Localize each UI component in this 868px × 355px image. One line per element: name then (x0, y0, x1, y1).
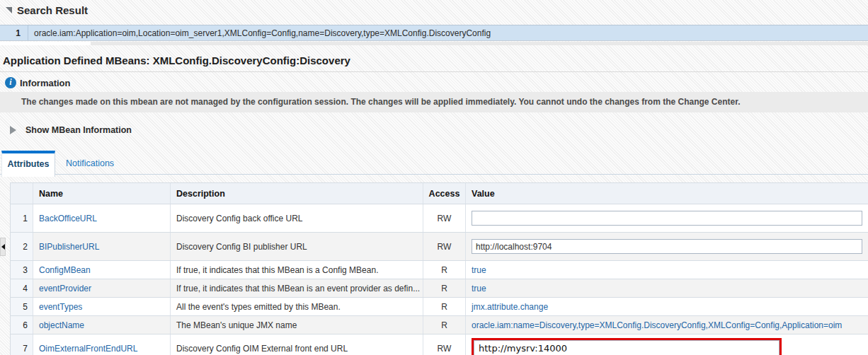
attribute-name-link[interactable]: eventProvider (39, 284, 91, 293)
attribute-name-cell: ConfigMBean (33, 261, 171, 279)
separator-line (0, 71, 868, 72)
panel-splitter-handle[interactable] (0, 238, 6, 256)
page-title: Application Defined MBeans: XMLConfig.Di… (3, 54, 350, 66)
tab-attributes[interactable]: Attributes (1, 151, 55, 177)
attribute-value-cell (466, 334, 868, 355)
attribute-name-cell: eventTypes (33, 298, 171, 315)
table-row: 3ConfigMBeanIf true, it indicates that t… (11, 261, 868, 279)
result-row-text[interactable]: oracle.iam:Application=oim,Location=oim_… (28, 28, 491, 38)
information-message: The changes made on this mbean are not m… (0, 92, 868, 112)
attribute-description: If true, it indicates that this MBean is… (171, 279, 423, 297)
attribute-access: RW (423, 204, 466, 232)
table-row: 5eventTypesAll the event's types emitted… (11, 298, 868, 316)
attribute-access: R (423, 298, 466, 315)
row-number: 2 (11, 233, 33, 260)
column-header-description: Description (171, 183, 423, 204)
attribute-name-link[interactable]: eventTypes (39, 302, 82, 312)
attribute-name-cell: BIPublisherURL (33, 233, 171, 260)
attribute-value-cell: true (466, 279, 868, 297)
attribute-description: All the event's types emitted by this MB… (171, 298, 423, 315)
attribute-name-cell: eventProvider (33, 279, 171, 297)
attribute-access: R (423, 279, 466, 297)
row-number: 5 (11, 298, 33, 315)
attribute-access: R (423, 316, 466, 334)
attribute-value-link[interactable]: oracle.iam:name=Discovery,type=XMLConfig… (472, 320, 842, 330)
attribute-value-cell: jmx.attribute.change (466, 298, 868, 315)
attribute-value-cell (466, 233, 868, 260)
show-mbean-label: Show MBean Information (25, 125, 132, 135)
attribute-value-input[interactable] (472, 211, 862, 226)
row-number: 7 (11, 334, 33, 355)
attribute-description: Discovery Config OIM External front end … (171, 334, 423, 355)
table-row: 4eventProviderIf true, it indicates that… (11, 279, 868, 298)
attribute-access: R (423, 261, 466, 279)
search-result-row[interactable]: 1 oracle.iam:Application=oim,Location=oi… (0, 25, 868, 41)
attribute-name-link[interactable]: objectName (39, 320, 84, 330)
column-header-rownum (11, 183, 33, 204)
column-header-name: Name (33, 183, 171, 204)
attributes-table-body: 1BackOfficeURLDiscovery Config back offi… (11, 204, 868, 355)
attribute-value-input[interactable] (474, 340, 780, 355)
result-list-scroll-strip (0, 42, 868, 45)
attribute-value-cell: oracle.iam:name=Discovery,type=XMLConfig… (466, 316, 868, 334)
attribute-value-link[interactable]: true (472, 284, 486, 293)
table-row: 1BackOfficeURLDiscovery Config back offi… (11, 204, 868, 233)
attribute-value-link[interactable]: true (472, 265, 486, 275)
attribute-value-cell: true (466, 261, 868, 279)
row-number: 1 (11, 204, 33, 232)
collapse-left-icon (1, 244, 5, 250)
attribute-access: RW (423, 233, 466, 260)
attribute-value-input[interactable] (472, 239, 862, 254)
attributes-table: Name Description Access Value 1BackOffic… (10, 182, 868, 355)
attribute-description: Discovery Config BI publisher URL (171, 233, 423, 260)
tabbar-underline (0, 174, 868, 175)
attribute-access: RW (423, 334, 466, 355)
attribute-name-link[interactable]: ConfigMBean (39, 265, 91, 275)
attributes-table-header: Name Description Access Value (11, 183, 868, 204)
attribute-name-cell: OimExternalFrontEndURL (33, 334, 171, 355)
result-row-number: 1 (0, 25, 28, 40)
column-header-value: Value (466, 183, 868, 204)
highlight-annotation-box (472, 338, 782, 355)
table-row: 7OimExternalFrontEndURLDiscovery Config … (11, 334, 868, 355)
table-row: 6objectNameThe MBean's unique JMX nameRo… (11, 316, 868, 334)
attribute-name-link[interactable]: BackOfficeURL (39, 214, 97, 223)
attribute-name-link[interactable]: OimExternalFrontEndURL (39, 344, 137, 354)
search-result-section-header: Search Result (6, 4, 88, 16)
row-number: 3 (11, 261, 33, 279)
show-mbean-information-toggle[interactable]: Show MBean Information (10, 125, 132, 135)
attribute-description: Discovery Config back office URL (171, 204, 423, 232)
attribute-description: The MBean's unique JMX name (171, 316, 423, 334)
attribute-value-cell (466, 204, 868, 232)
attribute-name-cell: objectName (33, 316, 171, 334)
row-number: 6 (11, 316, 33, 334)
info-icon: i (5, 77, 16, 88)
attribute-description: If true, it indicates that this MBean is… (171, 261, 423, 279)
attribute-value-link[interactable]: jmx.attribute.change (472, 302, 548, 312)
attribute-name-link[interactable]: BIPublisherURL (39, 242, 99, 252)
column-header-access: Access (423, 183, 466, 204)
tab-notifications[interactable]: Notifications (56, 153, 124, 174)
collapse-triangle-icon[interactable] (6, 7, 12, 13)
attribute-name-cell: BackOfficeURL (33, 204, 171, 232)
information-title: Information (20, 78, 71, 88)
row-number: 4 (11, 279, 33, 297)
search-result-title: Search Result (17, 4, 88, 16)
expand-triangle-icon (10, 126, 16, 134)
information-header: i Information (5, 77, 71, 88)
table-row: 2BIPublisherURLDiscovery Config BI publi… (11, 233, 868, 261)
